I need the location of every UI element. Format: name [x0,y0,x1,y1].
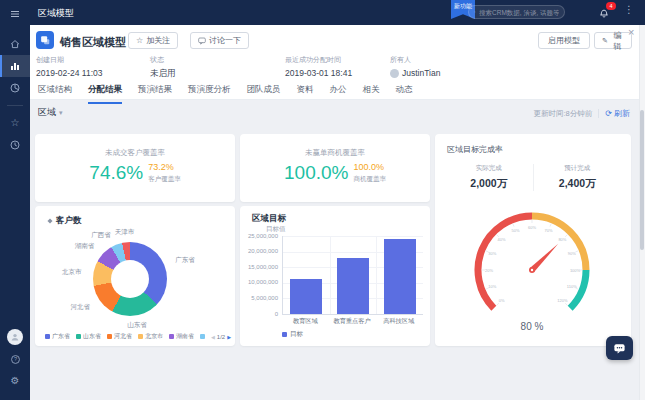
divider [598,109,599,118]
sidebar-item-favorites[interactable]: ☆ [0,112,30,134]
bar-教育区域[interactable] [290,279,322,314]
tab-预演度分析[interactable]: 预演度分析 [188,84,231,104]
scrollbar-thumb[interactable] [640,110,644,250]
sidebar-item-reports[interactable] [0,77,30,99]
more-options-button[interactable]: ⋮ [624,4,634,15]
help-icon: ? [10,354,21,365]
donut-label-河北省: 河北省 [70,303,90,312]
star-icon: ☆ [11,118,20,128]
enable-model-button[interactable]: 启用模型 [538,32,590,49]
svg-text:?: ? [13,356,16,362]
sidebar-item-home[interactable] [0,33,30,55]
sidebar-item-settings[interactable]: ⚙ [0,370,30,392]
sidebar-item-recent[interactable] [0,134,30,156]
legend-item-partial[interactable] [200,334,205,339]
gear-icon: ⚙ [11,376,20,386]
donut-label-北京市: 北京市 [62,268,82,277]
search-icon [474,8,476,16]
bar-高科技区域[interactable] [384,239,416,314]
sidebar-item-analytics[interactable] [0,55,30,77]
gauge-stat-forecast: 预计完成 2,400万 [533,164,622,191]
donut-label-广西省: 广西省 [91,231,111,240]
chevron-down-icon: ▾ [59,109,63,117]
svg-text:10%: 10% [488,284,496,289]
x-tick-教育重点客户: 教育重点客户 [329,317,376,326]
x-tick-高科技区域: 高科技区域 [375,317,422,326]
svg-text:110%: 110% [567,284,577,289]
edit-button[interactable]: ✎ 编辑 [594,32,632,49]
donut-legend: 广东省山东省河北省北京市湖南省◀1/2▶ [45,332,231,341]
bar-card-region-target: 区域目标 目标值 05,000,00010,000,00015,000,0002… [240,206,430,346]
diamond-icon [47,218,53,224]
info-last-assigned: 最近成功分配时间 2019-03-01 18:41 [285,55,352,78]
legend-item-北京市[interactable]: 北京市 [138,332,163,341]
legend-item-山东省[interactable]: 山东省 [76,332,101,341]
notifications-button[interactable]: 4 [598,5,612,19]
clock-icon [9,139,21,151]
model-icon [36,31,54,49]
sidebar-item-help[interactable]: ? [0,348,30,370]
donut-label-广东省: 广东省 [175,256,195,265]
tab-动态[interactable]: 动态 [396,84,413,104]
refresh-button[interactable]: ⟳ 刷新 [605,108,630,119]
donut-hole [111,260,149,298]
svg-text:20%: 20% [485,268,493,273]
tab-分配结果[interactable]: 分配结果 [88,84,122,104]
y-tick: 20,000,000 [248,248,278,254]
owner-avatar [390,69,399,78]
global-search[interactable] [468,5,565,19]
x-tick-教育区域: 教育区域 [282,317,329,326]
pencil-icon: ✎ [602,37,608,45]
page-title: 销售区域模型 [60,35,126,50]
gauge-card-target-completion: 区域目标完成率 实际完成 2,000万 预计完成 2,400万 0%10%20%… [435,134,631,346]
x-axis-labels: 教育区域教育重点客户高科技区域 [282,317,422,326]
chat-icon [613,342,626,355]
search-input[interactable] [479,9,559,16]
donut-chart [93,242,167,316]
svg-text:90%: 90% [568,251,576,256]
owner-name[interactable]: JustinTian [402,68,440,78]
tab-相关[interactable]: 相关 [363,84,380,104]
svg-text:100%: 100% [570,268,581,273]
kpi-secondary-value: 100.0% [353,163,386,172]
tab-办公[interactable]: 办公 [330,84,347,104]
y-axis-labels: 05,000,00010,000,00015,000,00020,000,000… [240,236,278,314]
sidebar: ☆ ? ⚙ [0,0,30,400]
y-tick: 10,000,000 [248,279,278,285]
menu-toggle-button[interactable] [0,3,30,25]
legend-item-湖南省[interactable]: 湖南省 [169,332,194,341]
kpi-main-value: 74.6% [89,163,143,182]
tab-资料[interactable]: 资料 [297,84,314,104]
svg-text:0%: 0% [499,298,505,303]
bar-legend: 目标 [282,330,303,339]
chat-bubble-icon [198,37,206,45]
info-owner: 所有人 JustinTian [390,55,440,78]
pie-chart-icon [9,82,21,94]
chat-fab-button[interactable] [606,336,633,360]
svg-text:30%: 30% [488,251,496,256]
bar-教育重点客户[interactable] [337,258,369,314]
svg-text:80%: 80% [558,237,566,242]
discuss-button[interactable]: 讨论一下 [190,32,249,49]
top-bar: 区域模型 新功能 4 ⋮ [0,0,645,25]
y-tick: 15,000,000 [248,264,278,270]
y-tick: 5,000,000 [251,295,278,301]
region-filter-dropdown[interactable]: 区域 ▾ [38,106,63,119]
sidebar-user-avatar[interactable] [0,326,30,348]
tab-预演结果[interactable]: 预演结果 [138,84,172,104]
legend-pager[interactable]: ◀1/2▶ [211,334,231,340]
legend-item-广东省[interactable]: 广东省 [45,332,70,341]
tab-区域结构[interactable]: 区域结构 [38,84,72,104]
close-icon[interactable]: × [628,26,634,38]
donut-label-湖南省: 湖南省 [75,242,95,251]
updated-time-text: 更新时间:8分钟前 [534,109,593,119]
follow-button[interactable]: ☆ 加关注 [128,32,178,49]
donut-card-customer-count: 客户数 广东省山东省河北省北京市湖南省广西省天津市 广东省山东省河北省北京市湖南… [35,206,235,346]
svg-text:40%: 40% [498,237,506,242]
svg-text:60%: 60% [528,225,536,230]
legend-item-河北省[interactable]: 河北省 [107,332,132,341]
y-tick: 0 [275,311,278,317]
refresh-icon: ⟳ [605,109,612,118]
tab-团队成员[interactable]: 团队成员 [247,84,281,104]
svg-text:80 %: 80 % [521,321,544,332]
